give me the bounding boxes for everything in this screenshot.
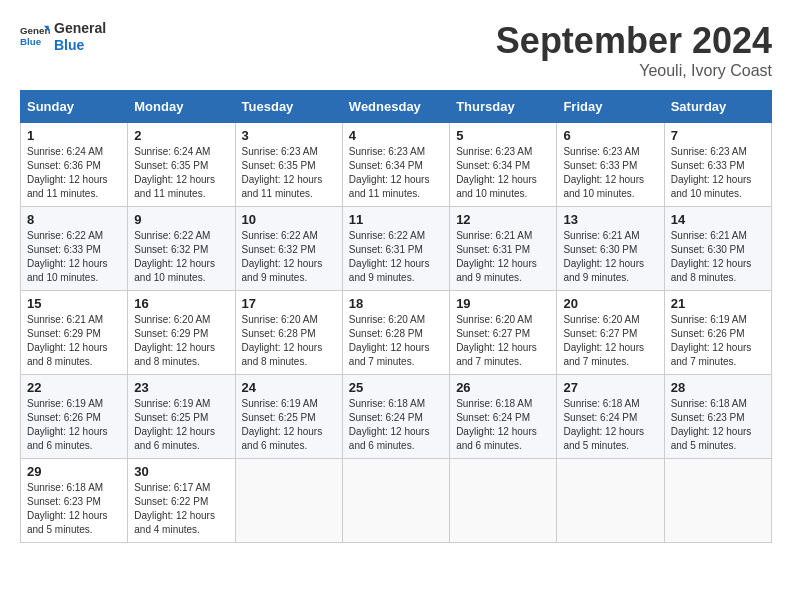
day-number: 7 [671, 128, 765, 143]
sunset-label: Sunset: 6:22 PM [134, 496, 208, 507]
sunrise-label: Sunrise: 6:18 AM [671, 398, 747, 409]
table-row [664, 459, 771, 543]
sunset-label: Sunset: 6:26 PM [671, 328, 745, 339]
daylight-label: Daylight: 12 hours and 7 minutes. [563, 342, 644, 367]
day-info: Sunrise: 6:19 AM Sunset: 6:25 PM Dayligh… [242, 397, 336, 453]
table-row: 12 Sunrise: 6:21 AM Sunset: 6:31 PM Dayl… [450, 207, 557, 291]
day-info: Sunrise: 6:22 AM Sunset: 6:32 PM Dayligh… [134, 229, 228, 285]
daylight-label: Daylight: 12 hours and 4 minutes. [134, 510, 215, 535]
col-monday: Monday [128, 91, 235, 123]
sunset-label: Sunset: 6:25 PM [134, 412, 208, 423]
day-info: Sunrise: 6:18 AM Sunset: 6:24 PM Dayligh… [456, 397, 550, 453]
sunrise-label: Sunrise: 6:21 AM [27, 314, 103, 325]
daylight-label: Daylight: 12 hours and 11 minutes. [134, 174, 215, 199]
day-number: 16 [134, 296, 228, 311]
logo-blue: Blue [54, 37, 106, 54]
day-number: 19 [456, 296, 550, 311]
table-row: 14 Sunrise: 6:21 AM Sunset: 6:30 PM Dayl… [664, 207, 771, 291]
day-number: 3 [242, 128, 336, 143]
col-friday: Friday [557, 91, 664, 123]
daylight-label: Daylight: 12 hours and 10 minutes. [563, 174, 644, 199]
sunset-label: Sunset: 6:28 PM [349, 328, 423, 339]
daylight-label: Daylight: 12 hours and 7 minutes. [456, 342, 537, 367]
day-number: 23 [134, 380, 228, 395]
sunrise-label: Sunrise: 6:18 AM [349, 398, 425, 409]
sunrise-label: Sunrise: 6:23 AM [349, 146, 425, 157]
sunrise-label: Sunrise: 6:19 AM [134, 398, 210, 409]
daylight-label: Daylight: 12 hours and 9 minutes. [456, 258, 537, 283]
day-number: 15 [27, 296, 121, 311]
calendar-week-row: 15 Sunrise: 6:21 AM Sunset: 6:29 PM Dayl… [21, 291, 772, 375]
sunrise-label: Sunrise: 6:20 AM [134, 314, 210, 325]
sunset-label: Sunset: 6:32 PM [134, 244, 208, 255]
sunrise-label: Sunrise: 6:22 AM [134, 230, 210, 241]
sunrise-label: Sunrise: 6:22 AM [27, 230, 103, 241]
table-row: 9 Sunrise: 6:22 AM Sunset: 6:32 PM Dayli… [128, 207, 235, 291]
day-info: Sunrise: 6:22 AM Sunset: 6:32 PM Dayligh… [242, 229, 336, 285]
daylight-label: Daylight: 12 hours and 7 minutes. [349, 342, 430, 367]
day-number: 2 [134, 128, 228, 143]
day-number: 14 [671, 212, 765, 227]
table-row: 20 Sunrise: 6:20 AM Sunset: 6:27 PM Dayl… [557, 291, 664, 375]
sunset-label: Sunset: 6:33 PM [563, 160, 637, 171]
day-info: Sunrise: 6:20 AM Sunset: 6:27 PM Dayligh… [563, 313, 657, 369]
sunset-label: Sunset: 6:24 PM [456, 412, 530, 423]
day-number: 12 [456, 212, 550, 227]
table-row [450, 459, 557, 543]
sunrise-label: Sunrise: 6:23 AM [563, 146, 639, 157]
day-number: 13 [563, 212, 657, 227]
sunset-label: Sunset: 6:27 PM [456, 328, 530, 339]
day-info: Sunrise: 6:23 AM Sunset: 6:34 PM Dayligh… [349, 145, 443, 201]
table-row: 26 Sunrise: 6:18 AM Sunset: 6:24 PM Dayl… [450, 375, 557, 459]
sunrise-label: Sunrise: 6:22 AM [242, 230, 318, 241]
table-row: 18 Sunrise: 6:20 AM Sunset: 6:28 PM Dayl… [342, 291, 449, 375]
sunset-label: Sunset: 6:23 PM [671, 412, 745, 423]
table-row: 21 Sunrise: 6:19 AM Sunset: 6:26 PM Dayl… [664, 291, 771, 375]
logo-general: General [54, 20, 106, 37]
daylight-label: Daylight: 12 hours and 6 minutes. [27, 426, 108, 451]
day-info: Sunrise: 6:24 AM Sunset: 6:36 PM Dayligh… [27, 145, 121, 201]
sunrise-label: Sunrise: 6:19 AM [671, 314, 747, 325]
day-number: 18 [349, 296, 443, 311]
daylight-label: Daylight: 12 hours and 9 minutes. [242, 258, 323, 283]
calendar-table: Sunday Monday Tuesday Wednesday Thursday… [20, 90, 772, 543]
day-number: 1 [27, 128, 121, 143]
day-info: Sunrise: 6:23 AM Sunset: 6:33 PM Dayligh… [671, 145, 765, 201]
table-row: 15 Sunrise: 6:21 AM Sunset: 6:29 PM Dayl… [21, 291, 128, 375]
sunset-label: Sunset: 6:30 PM [563, 244, 637, 255]
daylight-label: Daylight: 12 hours and 5 minutes. [27, 510, 108, 535]
sunrise-label: Sunrise: 6:20 AM [563, 314, 639, 325]
day-number: 4 [349, 128, 443, 143]
col-sunday: Sunday [21, 91, 128, 123]
daylight-label: Daylight: 12 hours and 5 minutes. [671, 426, 752, 451]
col-saturday: Saturday [664, 91, 771, 123]
day-info: Sunrise: 6:21 AM Sunset: 6:31 PM Dayligh… [456, 229, 550, 285]
sunset-label: Sunset: 6:27 PM [563, 328, 637, 339]
table-row [342, 459, 449, 543]
day-number: 28 [671, 380, 765, 395]
daylight-label: Daylight: 12 hours and 10 minutes. [671, 174, 752, 199]
col-thursday: Thursday [450, 91, 557, 123]
svg-text:Blue: Blue [20, 35, 42, 46]
daylight-label: Daylight: 12 hours and 6 minutes. [134, 426, 215, 451]
table-row: 8 Sunrise: 6:22 AM Sunset: 6:33 PM Dayli… [21, 207, 128, 291]
sunrise-label: Sunrise: 6:18 AM [27, 482, 103, 493]
daylight-label: Daylight: 12 hours and 7 minutes. [671, 342, 752, 367]
sunset-label: Sunset: 6:24 PM [349, 412, 423, 423]
sunset-label: Sunset: 6:34 PM [456, 160, 530, 171]
sunset-label: Sunset: 6:33 PM [671, 160, 745, 171]
day-number: 5 [456, 128, 550, 143]
day-info: Sunrise: 6:20 AM Sunset: 6:27 PM Dayligh… [456, 313, 550, 369]
daylight-label: Daylight: 12 hours and 10 minutes. [134, 258, 215, 283]
table-row: 5 Sunrise: 6:23 AM Sunset: 6:34 PM Dayli… [450, 123, 557, 207]
day-number: 21 [671, 296, 765, 311]
calendar-week-row: 8 Sunrise: 6:22 AM Sunset: 6:33 PM Dayli… [21, 207, 772, 291]
daylight-label: Daylight: 12 hours and 5 minutes. [563, 426, 644, 451]
daylight-label: Daylight: 12 hours and 11 minutes. [349, 174, 430, 199]
table-row: 28 Sunrise: 6:18 AM Sunset: 6:23 PM Dayl… [664, 375, 771, 459]
day-info: Sunrise: 6:20 AM Sunset: 6:29 PM Dayligh… [134, 313, 228, 369]
logo: General Blue General Blue [20, 20, 106, 54]
sunrise-label: Sunrise: 6:23 AM [456, 146, 532, 157]
day-number: 8 [27, 212, 121, 227]
day-info: Sunrise: 6:20 AM Sunset: 6:28 PM Dayligh… [349, 313, 443, 369]
